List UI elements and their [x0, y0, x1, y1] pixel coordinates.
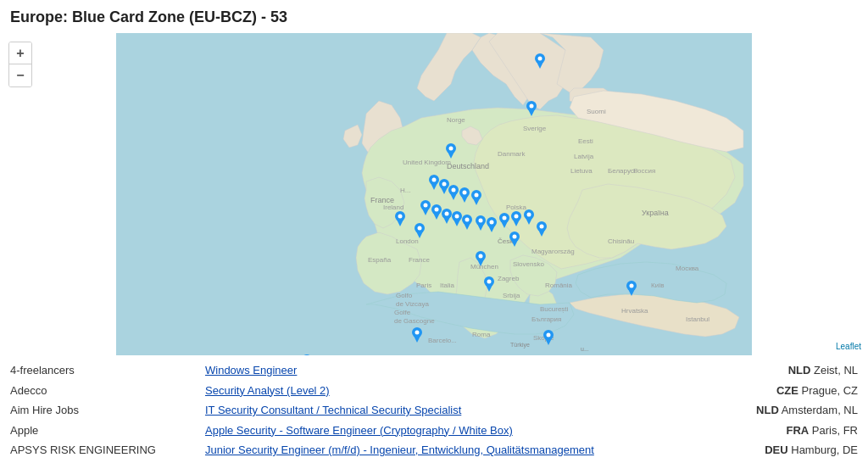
job-location: DEU Hamburg, DE [705, 442, 858, 459]
svg-text:Golfe: Golfe [394, 309, 411, 316]
job-location: FRA Paris, FR [705, 422, 858, 439]
svg-text:Zagreb: Zagreb [498, 275, 520, 282]
country-code: FRA [786, 424, 809, 437]
location-text: Hamburg, DE [791, 443, 858, 456]
svg-text:H...: H... [400, 187, 410, 194]
svg-text:Danmark: Danmark [498, 150, 526, 158]
map-container: France Deutschland Danmark Sverige Norge… [0, 33, 868, 355]
svg-text:de Vizcaya: de Vizcaya [396, 300, 430, 308]
svg-text:Paris: Paris [416, 282, 431, 289]
svg-point-82 [452, 188, 456, 192]
svg-point-148 [398, 215, 403, 219]
job-row: Aim Hire Jobs IT Security Consultant / T… [10, 400, 858, 421]
svg-text:Eesti: Eesti [578, 137, 593, 145]
svg-text:България: България [531, 315, 561, 323]
svg-text:Slovensko: Slovensko [513, 260, 544, 268]
svg-point-139 [547, 333, 551, 337]
svg-point-124 [418, 226, 422, 231]
svg-point-112 [503, 216, 507, 220]
svg-point-127 [479, 254, 483, 259]
jobs-list: 4-freelancers Windows Engineer NLD Zeist… [0, 355, 868, 463]
map-attribution: Leaflet [832, 341, 865, 352]
svg-point-133 [630, 284, 634, 288]
country-code: CZE [776, 384, 798, 397]
svg-text:France: France [409, 256, 430, 264]
svg-text:Sverige: Sverige [523, 125, 547, 132]
svg-text:Chisinău: Chisinău [608, 237, 634, 245]
svg-text:de Gascogne: de Gascogne [394, 317, 435, 325]
svg-text:Київ: Київ [651, 282, 665, 289]
svg-text:Москва: Москва [676, 265, 699, 272]
svg-text:Hrvatska: Hrvatska [621, 307, 648, 315]
svg-text:București: București [540, 305, 569, 313]
svg-point-103 [465, 218, 470, 222]
svg-text:Россия: Россия [633, 167, 655, 175]
job-title[interactable]: Apple Security - Software Engineer (Cryp… [197, 422, 705, 439]
svg-point-100 [455, 215, 459, 219]
country-code: NLD [788, 364, 811, 377]
map-svg: France Deutschland Danmark Sverige Norge… [0, 33, 868, 355]
svg-point-130 [513, 235, 517, 239]
svg-text:Lietuva: Lietuva [570, 167, 593, 175]
job-title[interactable]: Windows Engineer [197, 362, 705, 379]
svg-point-73 [449, 147, 453, 151]
svg-text:Roma: Roma [472, 331, 491, 338]
svg-text:United Kingdom: United Kingdom [403, 159, 451, 166]
svg-point-70 [530, 104, 534, 109]
job-company: Aim Hire Jobs [10, 402, 197, 419]
svg-text:Ireland: Ireland [383, 204, 403, 211]
svg-text:Golfo: Golfo [396, 292, 413, 299]
job-company: Adecco [10, 382, 197, 399]
svg-point-118 [527, 213, 531, 217]
svg-text:Istanbul: Istanbul [686, 315, 709, 323]
job-company: Apple [10, 422, 197, 439]
job-location: CZE Prague, CZ [705, 382, 858, 399]
svg-point-136 [487, 280, 492, 284]
svg-point-85 [463, 191, 467, 195]
location-text: Amsterdam, NL [782, 404, 858, 416]
job-row: Adecco Security Analyst (Level 2) CZE Pr… [10, 381, 858, 401]
svg-text:Italia: Italia [440, 282, 454, 289]
job-title[interactable]: Junior Security Engineer (m/f/d) - Ingen… [197, 442, 705, 459]
job-company: APSYS RISK ENGINEERING LIMITED [10, 442, 197, 463]
job-row: APSYS RISK ENGINEERING LIMITED Junior Se… [10, 440, 858, 463]
svg-text:Suomi: Suomi [587, 108, 606, 115]
zoom-in-button[interactable]: + [9, 42, 31, 64]
svg-text:Deutschland: Deutschland [447, 162, 489, 170]
job-title[interactable]: Security Analyst (Level 2) [197, 382, 705, 399]
svg-point-79 [442, 182, 447, 187]
job-row: 4-freelancers Windows Engineer NLD Zeist… [10, 360, 858, 381]
country-code: DEU [765, 443, 787, 456]
zoom-out-button[interactable]: − [9, 64, 31, 86]
svg-text:România: România [545, 282, 573, 289]
job-location: NLD Amsterdam, NL [705, 402, 858, 419]
svg-text:España: España [368, 256, 392, 264]
svg-text:Magyarország: Magyarország [531, 248, 575, 255]
job-company: 4-freelancers [10, 362, 197, 379]
svg-point-115 [515, 215, 519, 219]
svg-text:Norge: Norge [447, 116, 465, 124]
svg-point-88 [475, 193, 479, 198]
svg-point-91 [424, 204, 428, 208]
svg-point-94 [435, 208, 439, 212]
location-text: Paris, FR [812, 424, 858, 437]
svg-text:München: München [470, 263, 498, 271]
svg-point-121 [540, 225, 544, 229]
job-title[interactable]: IT Security Consultant / Technical Secur… [197, 402, 705, 419]
svg-text:u...: u... [581, 346, 589, 352]
svg-point-97 [445, 212, 449, 216]
location-text: Prague, CZ [802, 384, 858, 397]
svg-text:Srbija: Srbija [503, 292, 520, 299]
page-title: Europe: Blue Card Zone (EU-BCZ) - 53 [0, 0, 868, 33]
svg-text:Barcelo...: Barcelo... [428, 337, 457, 344]
svg-point-67 [538, 57, 542, 61]
svg-point-76 [432, 178, 437, 182]
svg-point-142 [415, 331, 420, 335]
svg-text:Україна: Україна [642, 209, 669, 217]
leaflet-link[interactable]: Leaflet [836, 342, 861, 351]
svg-point-109 [490, 220, 494, 225]
map-zoom-controls[interactable]: + − [8, 42, 32, 87]
country-code: NLD [756, 404, 779, 416]
job-location: NLD Zeist, NL [705, 362, 858, 379]
svg-text:London: London [396, 237, 419, 245]
